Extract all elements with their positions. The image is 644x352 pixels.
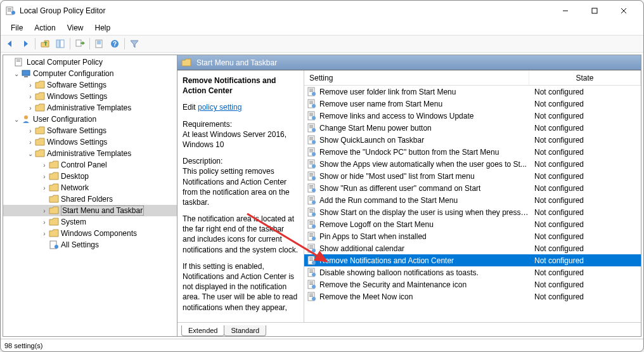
tree-desktop[interactable]: › Desktop	[3, 171, 177, 182]
tree-computer-config[interactable]: ⌄ Computer Configuration	[3, 68, 177, 79]
svg-rect-74	[309, 209, 313, 210]
tree-software-settings-user[interactable]: › Software Settings	[3, 125, 177, 136]
tree-system[interactable]: › System	[3, 216, 177, 228]
expander-icon[interactable]: ›	[26, 127, 35, 134]
svg-rect-44	[309, 137, 313, 138]
setting-name: Add the Run command to the Start Menu	[319, 196, 458, 205]
folder-icon	[49, 160, 59, 170]
tab-extended[interactable]: Extended	[181, 325, 224, 336]
tree-windows-settings-user[interactable]: › Windows Settings	[3, 136, 177, 148]
svg-rect-70	[309, 199, 313, 199]
list-row[interactable]: Remove links and access to Windows Updat…	[304, 110, 641, 122]
show-hide-tree-button[interactable]	[53, 37, 67, 51]
minimize-button[interactable]	[551, 1, 580, 21]
export-button[interactable]	[73, 37, 87, 51]
list-rows[interactable]: Remove user folder link from Start MenuN…	[304, 86, 641, 323]
setting-name: Change Start Menu power button	[319, 124, 432, 133]
tree-label: Administrative Templates	[47, 149, 131, 158]
column-setting[interactable]: Setting	[304, 70, 529, 85]
column-state[interactable]: State	[529, 70, 641, 85]
tree-label: Network	[61, 183, 89, 192]
svg-rect-45	[309, 138, 313, 139]
svg-point-42	[312, 128, 316, 132]
list-row[interactable]: Show "Run as different user" command on …	[304, 182, 641, 194]
menu-file[interactable]: File	[6, 22, 28, 34]
tab-standard[interactable]: Standard	[224, 325, 266, 336]
list-row[interactable]: Show QuickLaunch on TaskbarNot configure…	[304, 134, 641, 146]
tree-user-config[interactable]: ⌄ User Configuration	[3, 114, 177, 125]
refresh-button[interactable]	[93, 37, 106, 51]
edit-policy-link[interactable]: policy setting	[198, 103, 242, 112]
list-row[interactable]: Disable showing balloon notifications as…	[304, 266, 641, 278]
expander-icon[interactable]: ›	[26, 93, 35, 100]
list-row[interactable]: Remove the "Undock PC" button from the S…	[304, 146, 641, 158]
svg-rect-16	[16, 60, 20, 60]
list-row[interactable]: Remove the Security and Maintenance icon…	[304, 278, 641, 290]
tree-admin-templates-user[interactable]: ⌄ Administrative Templates	[3, 148, 177, 159]
menu-help[interactable]: Help	[90, 22, 116, 34]
tree-start-menu[interactable]: › Start Menu and Taskbar	[3, 205, 177, 216]
help-button[interactable]: ?	[108, 37, 122, 51]
svg-point-52	[312, 152, 316, 156]
tree-label: Desktop	[61, 172, 89, 181]
expander-icon[interactable]: ›	[40, 185, 49, 192]
menu-action[interactable]: Action	[29, 22, 60, 34]
setting-name: Show QuickLaunch on Taskbar	[319, 136, 424, 145]
svg-rect-18	[22, 70, 30, 75]
setting-name: Remove user folder link from Start Menu	[319, 88, 456, 96]
expander-icon[interactable]: ›	[40, 207, 49, 214]
list-row[interactable]: Change Start Menu power buttonNot config…	[304, 122, 641, 134]
list-row[interactable]: Show or hide "Most used" list from Start…	[304, 170, 641, 182]
up-button[interactable]	[38, 37, 52, 51]
expander-icon[interactable]: ›	[40, 219, 49, 226]
policy-item-icon	[307, 111, 317, 121]
separator-icon	[124, 38, 125, 49]
expander-icon[interactable]: ›	[26, 139, 35, 146]
tree-label: Software Settings	[47, 81, 106, 89]
tree-pane[interactable]: Local Computer Policy ⌄ Computer Configu…	[3, 55, 177, 336]
expander-icon[interactable]: ›	[40, 230, 49, 237]
svg-point-20	[24, 115, 28, 119]
svg-rect-34	[309, 113, 313, 114]
expander-icon[interactable]: ›	[26, 82, 35, 89]
list-row[interactable]: Add the Run command to the Start MenuNot…	[304, 194, 641, 206]
list-row[interactable]: Remove Notifications and Action CenterNo…	[304, 254, 641, 266]
edit-prefix: Edit	[183, 103, 198, 112]
svg-rect-2	[8, 10, 11, 10]
tree-shared-folders[interactable]: Shared Folders	[3, 193, 177, 205]
tree-windows-components[interactable]: › Windows Components	[3, 228, 177, 239]
expander-icon[interactable]: ›	[26, 105, 35, 112]
tree-windows-settings[interactable]: › Windows Settings	[3, 91, 177, 102]
list-row[interactable]: Show additional calendarNot configured	[304, 242, 641, 254]
list-row[interactable]: Remove Logoff on the Start MenuNot confi…	[304, 218, 641, 230]
list-row[interactable]: Remove user name from Start MenuNot conf…	[304, 98, 641, 110]
tree-software-settings[interactable]: › Software Settings	[3, 79, 177, 91]
menu-view[interactable]: View	[62, 22, 89, 34]
svg-rect-91	[309, 248, 313, 249]
expander-icon[interactable]: ›	[40, 173, 49, 180]
tree-admin-templates[interactable]: › Administrative Templates	[3, 102, 177, 114]
tree-root[interactable]: Local Computer Policy	[3, 56, 177, 68]
expander-icon[interactable]: ⌄	[12, 70, 21, 77]
expander-icon[interactable]: ⌄	[26, 150, 35, 157]
list-row[interactable]: Show the Apps view automatically when th…	[304, 158, 641, 170]
filter-button[interactable]	[127, 37, 141, 51]
forward-button[interactable]	[18, 37, 32, 51]
maximize-button[interactable]	[580, 1, 609, 21]
list-row[interactable]: Remove user folder link from Start MenuN…	[304, 86, 641, 98]
tree-all-settings[interactable]: All Settings	[3, 239, 177, 251]
expander-icon[interactable]: ›	[40, 162, 49, 169]
list-row[interactable]: Pin Apps to Start when installedNot conf…	[304, 230, 641, 242]
list-row[interactable]: Remove the Meet Now iconNot configured	[304, 290, 641, 303]
svg-point-102	[312, 273, 316, 277]
list-row[interactable]: Show Start on the display the user is us…	[304, 206, 641, 218]
expander-icon[interactable]: ⌄	[12, 116, 21, 123]
tree-control-panel[interactable]: › Control Panel	[3, 159, 177, 171]
view-tabs: Extended Standard	[177, 322, 641, 336]
tree-network[interactable]: › Network	[3, 182, 177, 193]
back-button[interactable]	[3, 37, 17, 51]
app-icon	[6, 6, 16, 16]
close-button[interactable]	[609, 1, 638, 21]
setting-state: Not configured	[529, 292, 641, 301]
folder-icon	[49, 183, 59, 193]
